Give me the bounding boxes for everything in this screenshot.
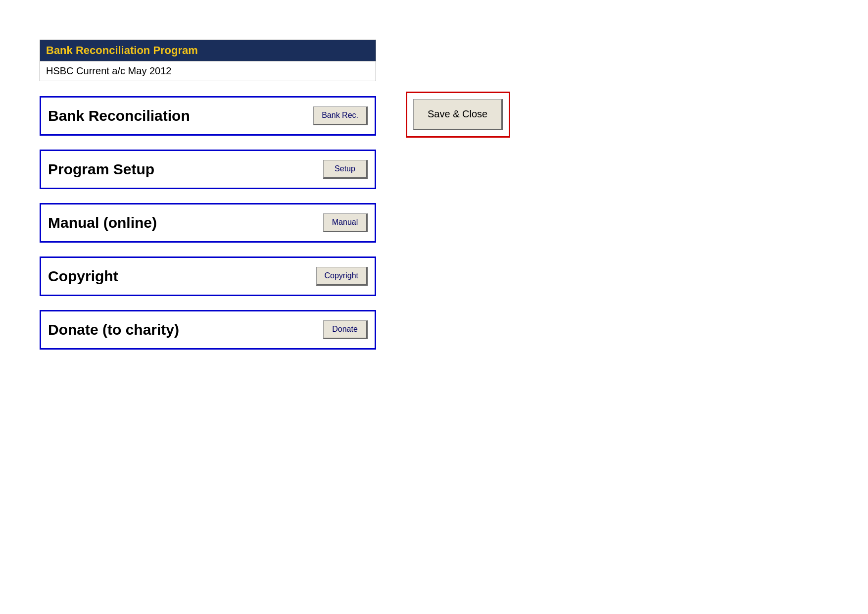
save-close-container: Save & Close [406,92,510,138]
menu-row-bank-reconciliation: Bank ReconciliationBank Rec. [40,96,376,136]
menu-row-manual-online: Manual (online)Manual [40,203,376,243]
header-block: Bank Reconciliation Program HSBC Current… [40,40,376,81]
menu-label-donate: Donate (to charity) [48,321,179,338]
menu-list: Bank ReconciliationBank Rec.Program Setu… [40,96,376,350]
menu-button-donate[interactable]: Donate [323,320,368,339]
save-close-button[interactable]: Save & Close [413,99,503,130]
menu-label-program-setup: Program Setup [48,161,154,178]
app-subtitle: HSBC Current a/c May 2012 [40,61,376,81]
menu-button-bank-reconciliation[interactable]: Bank Rec. [313,106,368,125]
menu-button-manual-online[interactable]: Manual [323,213,368,232]
main-container: Bank Reconciliation Program HSBC Current… [40,40,376,363]
menu-label-manual-online: Manual (online) [48,214,157,231]
menu-button-program-setup[interactable]: Setup [323,160,368,179]
app-title: Bank Reconciliation Program [40,40,376,61]
menu-label-bank-reconciliation: Bank Reconciliation [48,107,190,124]
menu-row-program-setup: Program SetupSetup [40,150,376,189]
menu-row-copyright: CopyrightCopyright [40,256,376,296]
menu-row-donate: Donate (to charity)Donate [40,310,376,350]
menu-button-copyright[interactable]: Copyright [316,267,368,286]
menu-label-copyright: Copyright [48,268,118,285]
